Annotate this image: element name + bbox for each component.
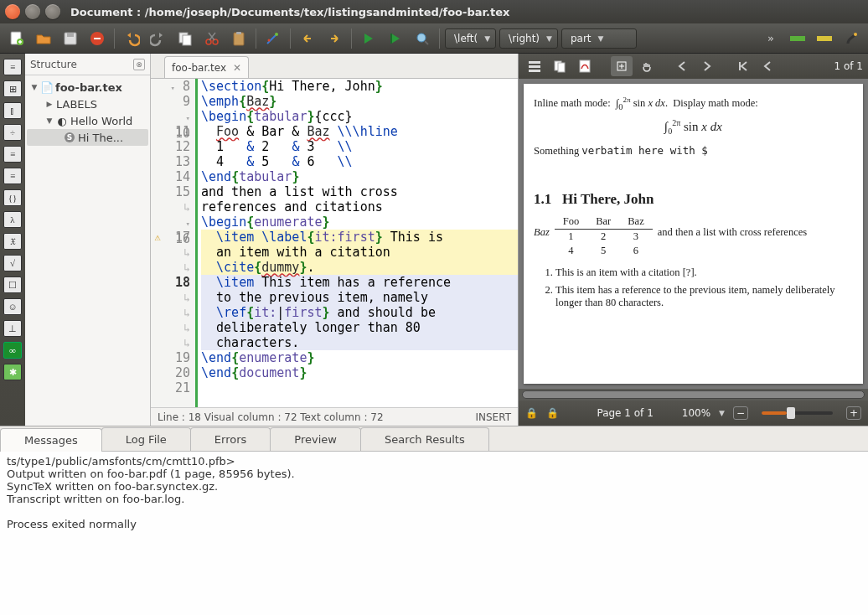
forward-button[interactable] — [323, 27, 346, 50]
code-line[interactable]: 4 & 5 & 6 \\ — [201, 154, 518, 169]
symbol-category-0[interactable]: ≡ — [3, 59, 22, 75]
window-close-button[interactable] — [5, 4, 20, 19]
tree-hello[interactable]: Hello World — [70, 115, 132, 127]
code-line[interactable]: an item with a citation — [201, 245, 518, 260]
code-line[interactable]: \cite{dummy}. — [201, 260, 518, 275]
symbol-category-7[interactable]: λ — [3, 211, 22, 228]
symbol-category-9[interactable]: √ — [3, 255, 22, 271]
code-line[interactable]: \item This item has a reference — [201, 275, 518, 290]
config-button[interactable] — [840, 27, 863, 50]
code-line[interactable]: \item \label{it:first} This is — [201, 230, 518, 245]
right-delim-combo[interactable]: \right)▼ — [499, 28, 558, 49]
symbol-category-3[interactable]: ÷ — [3, 124, 22, 141]
tree-labels[interactable]: LABELS — [56, 98, 97, 111]
svg-rect-21 — [529, 70, 540, 72]
pv-lock-icon[interactable]: 🔒 — [525, 407, 538, 419]
structure-tree[interactable]: ▼📄foo-bar.tex ▶LABELS ▼◐Hello World SHi … — [25, 75, 150, 149]
left-delim-combo[interactable]: \left(▼ — [445, 28, 496, 49]
log-line: ts/type1/public/amsfonts/cm/cmtt10.pfb> — [7, 455, 861, 468]
line-number: ▾ 8 — [164, 79, 190, 94]
redo-button[interactable] — [147, 27, 170, 50]
paste-button[interactable] — [227, 27, 251, 50]
symbol-category-2[interactable]: ⫿ — [3, 102, 22, 119]
code-line[interactable]: \section{Hi There, John} — [201, 79, 518, 94]
pv-prev2-icon[interactable] — [757, 56, 778, 76]
highlight-green-button[interactable] — [786, 27, 809, 50]
code-line[interactable]: deliberately longer than 80 — [201, 320, 518, 335]
pv-hand-icon[interactable] — [636, 56, 658, 76]
tree-hi[interactable]: Hi The... — [78, 132, 123, 144]
structure-close-icon[interactable]: ⊗ — [133, 59, 145, 70]
window-minimize-button[interactable] — [25, 4, 40, 19]
code-line[interactable]: references and citations — [201, 199, 518, 214]
bottom-tab-messages[interactable]: Messages — [0, 428, 102, 452]
pv-zoom-slider[interactable] — [762, 411, 833, 415]
pv-pages-icon[interactable] — [549, 56, 571, 76]
bottom-tab-errors[interactable]: Errors — [190, 427, 271, 451]
undo-button[interactable] — [120, 27, 143, 50]
symbol-category-13[interactable]: ∞ — [3, 342, 22, 359]
tab-close-icon[interactable]: ✕ — [233, 62, 241, 74]
save-button[interactable] — [59, 27, 82, 50]
pv-hscrollbar[interactable] — [522, 390, 865, 399]
messages-log[interactable]: ts/type1/public/amsfonts/cm/cmtt10.pfb>O… — [0, 452, 868, 615]
gutter-mark — [151, 365, 164, 380]
pv-zoom-out-icon[interactable]: − — [733, 406, 748, 420]
window-titlebar: Document : /home/joseph/Documents/tex/li… — [0, 0, 868, 23]
window-maximize-button[interactable] — [45, 4, 60, 19]
symbol-category-6[interactable]: {} — [3, 189, 22, 206]
symbol-category-12[interactable]: ⊥ — [3, 320, 22, 337]
code-editor[interactable]: ⚠ ▾ 89▾ 101112131415↳▾ 1617↳↳18↳↳↳↳19202… — [151, 79, 518, 407]
compile-view-button[interactable] — [384, 27, 407, 50]
code-line[interactable]: \ref{it:|first} and should be — [201, 305, 518, 320]
symbol-category-4[interactable]: ≡ — [3, 146, 22, 163]
pv-next-icon[interactable] — [696, 56, 718, 76]
tree-root[interactable]: foo-bar.tex — [55, 81, 122, 94]
cut-button[interactable] — [200, 27, 224, 50]
code-line[interactable]: \end{tabular} — [201, 169, 518, 184]
code-line[interactable]: \end{document} — [201, 365, 518, 380]
wizard-button[interactable] — [261, 27, 285, 50]
copy-button[interactable] — [173, 27, 197, 50]
symbol-category-11[interactable]: ☺ — [3, 298, 22, 315]
symbol-category-5[interactable]: ≡ — [3, 168, 22, 184]
code-line[interactable] — [201, 380, 518, 395]
section-combo[interactable]: part▼ — [561, 28, 637, 49]
editor-tab[interactable]: foo-bar.tex ✕ — [164, 56, 249, 78]
code-line[interactable]: \end{enumerate} — [201, 350, 518, 365]
compile-button[interactable] — [357, 27, 380, 50]
code-line[interactable]: 1 & 2 & 3 \\ — [201, 139, 518, 154]
pv-zoom-in-icon[interactable]: + — [846, 406, 861, 420]
code-line[interactable]: and then a list with cross — [201, 184, 518, 199]
pv-pdf-icon[interactable] — [574, 56, 596, 76]
symbol-category-8[interactable]: 𝔛 — [3, 233, 22, 250]
bottom-tab-log-file[interactable]: Log File — [101, 427, 191, 451]
code-line[interactable]: \emph{Baz} — [201, 94, 518, 109]
pv-first-icon[interactable] — [731, 56, 753, 76]
line-number: ↳ — [164, 199, 190, 214]
bottom-tab-preview[interactable]: Preview — [270, 427, 361, 451]
code-line[interactable]: characters. — [201, 335, 518, 350]
pv-lock2-icon[interactable]: 🔒 — [546, 407, 559, 419]
gutter-mark — [151, 79, 164, 94]
view-button[interactable] — [411, 27, 434, 50]
open-file-button[interactable] — [32, 27, 55, 50]
close-doc-button[interactable] — [85, 27, 109, 50]
pv-prev-icon[interactable] — [671, 56, 693, 76]
code-line[interactable]: \begin{enumerate} — [201, 214, 518, 230]
pv-list-icon[interactable] — [524, 56, 545, 76]
new-file-button[interactable] — [5, 27, 28, 50]
symbol-category-1[interactable]: ⊞ — [3, 80, 22, 97]
pv-fit-icon[interactable] — [611, 56, 633, 76]
highlight-yellow-button[interactable] — [813, 27, 836, 50]
pdf-viewport[interactable]: Inline math mode: ∫02π sin x dx. Display… — [519, 79, 868, 389]
code-line[interactable]: \begin{tabular}{ccc} — [201, 109, 518, 124]
overflow-button[interactable]: » — [759, 27, 783, 50]
bottom-tab-search-results[interactable]: Search Results — [360, 427, 489, 451]
code-line[interactable]: to the previous item, namely — [201, 290, 518, 305]
code-line[interactable]: Foo & Bar & Baz \\\hline — [201, 124, 518, 139]
symbol-category-10[interactable]: ☐ — [3, 276, 22, 293]
line-number: 9 — [164, 94, 190, 109]
back-button[interactable] — [296, 27, 319, 50]
symbol-category-14[interactable]: ✱ — [3, 364, 22, 380]
